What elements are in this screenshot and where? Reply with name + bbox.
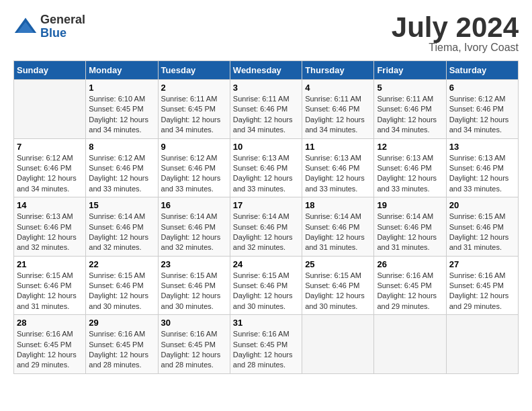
day-info: Sunrise: 6:16 AM Sunset: 6:45 PM Dayligh…	[89, 329, 154, 371]
logo-text: General Blue	[40, 13, 85, 40]
day-number: 26	[377, 259, 443, 269]
day-info: Sunrise: 6:12 AM Sunset: 6:46 PM Dayligh…	[89, 153, 154, 195]
day-info: Sunrise: 6:16 AM Sunset: 6:45 PM Dayligh…	[377, 271, 443, 312]
weekday-header: Wednesday	[230, 61, 302, 80]
calendar-cell: 31Sunrise: 6:16 AM Sunset: 6:45 PM Dayli…	[230, 315, 302, 374]
day-number: 29	[89, 318, 154, 328]
calendar-cell: 20Sunrise: 6:15 AM Sunset: 6:46 PM Dayli…	[446, 197, 518, 257]
weekday-header: Sunday	[14, 61, 86, 80]
weekday-header: Monday	[86, 61, 158, 80]
day-number: 20	[449, 200, 515, 210]
day-info: Sunrise: 6:11 AM Sunset: 6:46 PM Dayligh…	[305, 94, 371, 136]
weekday-header-row: SundayMondayTuesdayWednesdayThursdayFrid…	[14, 61, 519, 80]
day-number: 24	[233, 259, 299, 269]
day-info: Sunrise: 6:14 AM Sunset: 6:46 PM Dayligh…	[161, 212, 227, 253]
day-number: 11	[305, 142, 371, 152]
day-info: Sunrise: 6:16 AM Sunset: 6:45 PM Dayligh…	[17, 329, 83, 371]
calendar-cell: 18Sunrise: 6:14 AM Sunset: 6:46 PM Dayli…	[302, 197, 374, 257]
calendar-cell: 30Sunrise: 6:16 AM Sunset: 6:45 PM Dayli…	[158, 315, 230, 374]
calendar-cell	[302, 315, 374, 374]
calendar-cell: 12Sunrise: 6:13 AM Sunset: 6:46 PM Dayli…	[374, 138, 446, 197]
day-number: 7	[17, 142, 83, 152]
day-info: Sunrise: 6:16 AM Sunset: 6:45 PM Dayligh…	[233, 329, 299, 371]
page-header: General Blue July 2024 Tiema, Ivory Coas…	[13, 13, 519, 54]
calendar-cell: 16Sunrise: 6:14 AM Sunset: 6:46 PM Dayli…	[158, 197, 230, 257]
calendar-cell: 14Sunrise: 6:13 AM Sunset: 6:46 PM Dayli…	[14, 197, 86, 257]
calendar-cell: 1Sunrise: 6:10 AM Sunset: 6:45 PM Daylig…	[86, 80, 158, 139]
day-number: 30	[161, 318, 227, 328]
calendar-week-row: 14Sunrise: 6:13 AM Sunset: 6:46 PM Dayli…	[14, 197, 519, 257]
day-number: 15	[89, 200, 154, 210]
calendar-cell	[374, 315, 446, 374]
calendar-table: SundayMondayTuesdayWednesdayThursdayFrid…	[13, 60, 519, 374]
day-number: 19	[377, 200, 443, 210]
day-number: 9	[161, 142, 227, 152]
day-number: 28	[17, 318, 83, 328]
day-info: Sunrise: 6:15 AM Sunset: 6:46 PM Dayligh…	[161, 271, 227, 312]
logo-icon	[13, 15, 38, 39]
day-info: Sunrise: 6:15 AM Sunset: 6:46 PM Dayligh…	[305, 271, 371, 312]
calendar-cell: 6Sunrise: 6:12 AM Sunset: 6:46 PM Daylig…	[446, 80, 518, 139]
day-info: Sunrise: 6:15 AM Sunset: 6:46 PM Dayligh…	[449, 212, 515, 253]
day-info: Sunrise: 6:12 AM Sunset: 6:46 PM Dayligh…	[449, 94, 515, 136]
calendar-cell: 23Sunrise: 6:15 AM Sunset: 6:46 PM Dayli…	[158, 256, 230, 315]
weekday-header: Thursday	[302, 61, 374, 80]
calendar-cell: 25Sunrise: 6:15 AM Sunset: 6:46 PM Dayli…	[302, 256, 374, 315]
calendar-cell: 17Sunrise: 6:14 AM Sunset: 6:46 PM Dayli…	[230, 197, 302, 257]
calendar-cell: 9Sunrise: 6:12 AM Sunset: 6:46 PM Daylig…	[158, 138, 230, 197]
calendar-cell: 21Sunrise: 6:15 AM Sunset: 6:46 PM Dayli…	[14, 256, 86, 315]
calendar-week-row: 1Sunrise: 6:10 AM Sunset: 6:45 PM Daylig…	[14, 80, 519, 139]
day-info: Sunrise: 6:12 AM Sunset: 6:46 PM Dayligh…	[17, 153, 83, 195]
day-number: 12	[377, 142, 443, 152]
day-info: Sunrise: 6:15 AM Sunset: 6:46 PM Dayligh…	[89, 271, 154, 312]
day-info: Sunrise: 6:10 AM Sunset: 6:45 PM Dayligh…	[89, 94, 154, 136]
calendar-week-row: 21Sunrise: 6:15 AM Sunset: 6:46 PM Dayli…	[14, 256, 519, 315]
day-info: Sunrise: 6:14 AM Sunset: 6:46 PM Dayligh…	[233, 212, 299, 253]
calendar-cell: 22Sunrise: 6:15 AM Sunset: 6:46 PM Dayli…	[86, 256, 158, 315]
calendar-cell	[446, 315, 518, 374]
day-number: 31	[233, 318, 299, 328]
calendar-cell: 24Sunrise: 6:15 AM Sunset: 6:46 PM Dayli…	[230, 256, 302, 315]
calendar-cell: 13Sunrise: 6:13 AM Sunset: 6:46 PM Dayli…	[446, 138, 518, 197]
weekday-header: Saturday	[446, 61, 518, 80]
calendar-cell: 15Sunrise: 6:14 AM Sunset: 6:46 PM Dayli…	[86, 197, 158, 257]
calendar-cell: 28Sunrise: 6:16 AM Sunset: 6:45 PM Dayli…	[14, 315, 86, 374]
day-info: Sunrise: 6:14 AM Sunset: 6:46 PM Dayligh…	[377, 212, 443, 253]
calendar-cell	[14, 80, 86, 139]
day-info: Sunrise: 6:16 AM Sunset: 6:45 PM Dayligh…	[449, 271, 515, 312]
day-number: 10	[233, 142, 299, 152]
calendar-cell: 29Sunrise: 6:16 AM Sunset: 6:45 PM Dayli…	[86, 315, 158, 374]
day-number: 25	[305, 259, 371, 269]
calendar-cell: 26Sunrise: 6:16 AM Sunset: 6:45 PM Dayli…	[374, 256, 446, 315]
calendar-cell: 8Sunrise: 6:12 AM Sunset: 6:46 PM Daylig…	[86, 138, 158, 197]
day-number: 13	[449, 142, 515, 152]
calendar-cell: 11Sunrise: 6:13 AM Sunset: 6:46 PM Dayli…	[302, 138, 374, 197]
day-info: Sunrise: 6:11 AM Sunset: 6:45 PM Dayligh…	[161, 94, 227, 136]
calendar-cell: 10Sunrise: 6:13 AM Sunset: 6:46 PM Dayli…	[230, 138, 302, 197]
month-title: July 2024	[392, 13, 519, 42]
day-number: 4	[305, 83, 371, 93]
day-info: Sunrise: 6:13 AM Sunset: 6:46 PM Dayligh…	[233, 153, 299, 195]
calendar-cell: 2Sunrise: 6:11 AM Sunset: 6:45 PM Daylig…	[158, 80, 230, 139]
calendar-cell: 19Sunrise: 6:14 AM Sunset: 6:46 PM Dayli…	[374, 197, 446, 257]
title-block: July 2024 Tiema, Ivory Coast	[392, 13, 519, 54]
calendar-cell: 3Sunrise: 6:11 AM Sunset: 6:46 PM Daylig…	[230, 80, 302, 139]
day-number: 27	[449, 259, 515, 269]
day-number: 6	[449, 83, 515, 93]
location: Tiema, Ivory Coast	[392, 42, 519, 54]
day-info: Sunrise: 6:15 AM Sunset: 6:46 PM Dayligh…	[17, 271, 83, 312]
calendar-cell: 27Sunrise: 6:16 AM Sunset: 6:45 PM Dayli…	[446, 256, 518, 315]
day-number: 17	[233, 200, 299, 210]
day-info: Sunrise: 6:14 AM Sunset: 6:46 PM Dayligh…	[305, 212, 371, 253]
day-info: Sunrise: 6:14 AM Sunset: 6:46 PM Dayligh…	[89, 212, 154, 253]
day-number: 1	[89, 83, 154, 93]
day-info: Sunrise: 6:13 AM Sunset: 6:46 PM Dayligh…	[17, 212, 83, 253]
day-info: Sunrise: 6:13 AM Sunset: 6:46 PM Dayligh…	[449, 153, 515, 195]
logo: General Blue	[13, 13, 85, 40]
day-info: Sunrise: 6:11 AM Sunset: 6:46 PM Dayligh…	[377, 94, 443, 136]
day-info: Sunrise: 6:11 AM Sunset: 6:46 PM Dayligh…	[233, 94, 299, 136]
day-number: 22	[89, 259, 154, 269]
day-info: Sunrise: 6:13 AM Sunset: 6:46 PM Dayligh…	[305, 153, 371, 195]
calendar-cell: 4Sunrise: 6:11 AM Sunset: 6:46 PM Daylig…	[302, 80, 374, 139]
day-info: Sunrise: 6:15 AM Sunset: 6:46 PM Dayligh…	[233, 271, 299, 312]
